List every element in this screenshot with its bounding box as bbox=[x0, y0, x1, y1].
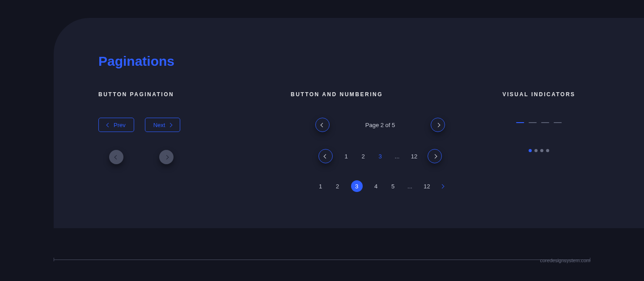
chevron-right-icon bbox=[168, 123, 173, 127]
next-button[interactable]: Next bbox=[145, 118, 181, 132]
dash-indicators bbox=[516, 122, 562, 123]
page-title: Paginations bbox=[98, 54, 599, 69]
page-number[interactable]: 12 bbox=[424, 183, 431, 190]
page-status-text: Page 2 of 5 bbox=[365, 122, 395, 128]
numbering-row-compact: 123...12 bbox=[282, 149, 479, 163]
dot-indicator[interactable] bbox=[540, 149, 543, 152]
dot-indicators bbox=[529, 149, 549, 152]
page-number[interactable]: 5 bbox=[390, 183, 397, 190]
page-number[interactable]: 12 bbox=[411, 153, 418, 160]
col-button-pagination: BUTTON PAGINATION Prev Next bbox=[98, 91, 282, 192]
next-circle-button[interactable] bbox=[159, 150, 174, 164]
page-number[interactable]: 2 bbox=[360, 153, 367, 160]
chevron-left-icon bbox=[320, 123, 325, 127]
next-page-button[interactable] bbox=[428, 149, 442, 163]
dash-indicator[interactable] bbox=[529, 122, 537, 123]
section-label-visual-indicators: VISUAL INDICATORS bbox=[479, 91, 599, 98]
dot-indicator[interactable] bbox=[529, 149, 532, 152]
page-number[interactable]: 1 bbox=[343, 153, 350, 160]
paginations-card: Paginations BUTTON PAGINATION Prev Next bbox=[54, 18, 644, 228]
numbering-wrap: Page 2 of 5 123...12 12345.. bbox=[282, 118, 479, 192]
col-button-numbering: BUTTON AND NUMBERING Page 2 of 5 bbox=[282, 91, 479, 192]
page-number[interactable]: 1 bbox=[317, 183, 324, 190]
page-ellipsis: ... bbox=[407, 183, 414, 190]
numbering-row-status: Page 2 of 5 bbox=[315, 118, 445, 132]
footer-rule bbox=[54, 258, 590, 261]
prev-button[interactable]: Prev bbox=[98, 118, 134, 132]
dash-indicator[interactable] bbox=[516, 122, 524, 123]
dot-indicator[interactable] bbox=[546, 149, 549, 152]
page-number[interactable]: 2 bbox=[334, 183, 341, 190]
dash-indicator[interactable] bbox=[541, 122, 549, 123]
chevron-right-icon bbox=[164, 155, 169, 159]
numbering-row-expanded: 12345...12 bbox=[282, 180, 479, 192]
prev-circle-button[interactable] bbox=[109, 150, 123, 164]
page-ellipsis: ... bbox=[394, 153, 401, 160]
dash-indicator[interactable] bbox=[554, 122, 562, 123]
button-pagination-row-circle bbox=[98, 150, 282, 164]
section-label-button-numbering: BUTTON AND NUMBERING bbox=[291, 91, 479, 98]
page-number[interactable]: 3 bbox=[377, 153, 384, 160]
next-page-chevron-icon[interactable] bbox=[440, 184, 444, 188]
footer-bar bbox=[54, 260, 590, 260]
prev-page-button[interactable] bbox=[318, 149, 333, 163]
prev-page-button[interactable] bbox=[315, 118, 330, 132]
chevron-left-icon bbox=[114, 155, 119, 159]
chevron-right-icon bbox=[432, 154, 437, 158]
footer-label: coredesignsystem.com bbox=[540, 258, 591, 263]
button-pagination-row-outline: Prev Next bbox=[98, 118, 282, 132]
dot-indicator[interactable] bbox=[534, 149, 538, 152]
chevron-left-icon bbox=[323, 154, 328, 158]
next-page-button[interactable] bbox=[431, 118, 445, 132]
chevron-left-icon bbox=[106, 123, 111, 127]
chevron-right-icon bbox=[436, 123, 440, 127]
next-button-label: Next bbox=[153, 122, 165, 128]
visual-indicators-wrap bbox=[479, 118, 599, 152]
prev-button-label: Prev bbox=[114, 122, 126, 128]
page-number[interactable]: 4 bbox=[373, 183, 380, 190]
col-visual-indicators: VISUAL INDICATORS bbox=[479, 91, 599, 192]
columns: BUTTON PAGINATION Prev Next bbox=[98, 91, 599, 192]
section-label-button-pagination: BUTTON PAGINATION bbox=[98, 91, 282, 98]
page-number-active[interactable]: 3 bbox=[351, 180, 363, 192]
